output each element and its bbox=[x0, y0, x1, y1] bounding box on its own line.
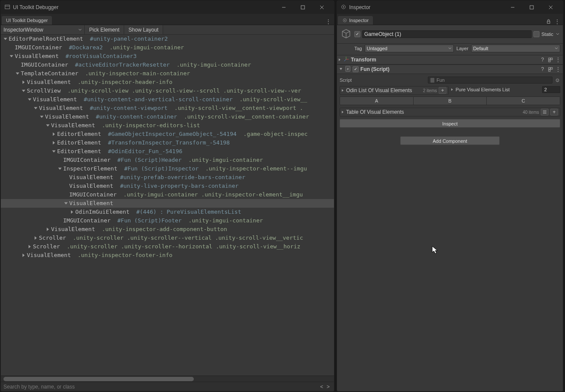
tree-row[interactable]: VisualElement #unity-prefab-override-bar… bbox=[1, 173, 334, 182]
foldout-icon[interactable] bbox=[51, 140, 56, 145]
layer-dropdown[interactable]: Default bbox=[471, 45, 560, 52]
tree-row[interactable]: VisualElement #rootVisualContainer3 bbox=[1, 52, 334, 61]
tree-row[interactable]: ScrollView .unity-scroll-view .unity-scr… bbox=[1, 87, 334, 95]
kebab-menu-icon[interactable]: ⋮ bbox=[555, 57, 561, 63]
foldout-icon[interactable] bbox=[69, 209, 74, 215]
add-item-button[interactable]: + bbox=[439, 87, 446, 94]
minimize-button[interactable] bbox=[504, 2, 521, 13]
foldout-icon[interactable] bbox=[339, 66, 343, 72]
foldout-icon[interactable] bbox=[9, 54, 14, 59]
add-item-button[interactable]: + bbox=[550, 109, 558, 116]
tree-row[interactable]: IMGUIContainer .unity-imgui-container .u… bbox=[1, 190, 334, 199]
transform-component-header[interactable]: Transform ? ⋮ bbox=[337, 55, 563, 64]
foldout-icon[interactable] bbox=[33, 235, 38, 241]
tree-row[interactable]: OdinImGuiElement #(446) : PureVisualElem… bbox=[1, 208, 334, 216]
table-list-header[interactable]: Table Of Visual Elements 40 items + bbox=[340, 108, 560, 116]
foldout-icon[interactable] bbox=[3, 36, 8, 42]
tab-a[interactable]: A bbox=[340, 97, 414, 105]
foldout-icon[interactable] bbox=[51, 149, 56, 154]
lock-icon[interactable] bbox=[546, 19, 552, 25]
close-button[interactable] bbox=[542, 2, 559, 13]
static-dropdown-arrow[interactable] bbox=[555, 31, 560, 37]
tree-row[interactable]: VisualElement .unity-inspector-footer-in… bbox=[1, 251, 334, 260]
search-prev-button[interactable]: < bbox=[318, 384, 325, 390]
tree-row[interactable]: VisualElement #unity-live-property-bars-… bbox=[1, 182, 334, 190]
minimize-button[interactable] bbox=[275, 2, 292, 13]
tree-row[interactable]: Scroller .unity-scroller .unity-scroller… bbox=[1, 234, 334, 242]
foldout-icon[interactable] bbox=[342, 111, 343, 113]
foldout-icon[interactable] bbox=[51, 132, 56, 137]
tree-row[interactable]: EditorElement #OdinEditor_Fun_-54196 bbox=[1, 147, 334, 156]
maximize-button[interactable] bbox=[523, 2, 540, 13]
element-tree[interactable]: EditorPanelRootElement #unity-panel-cont… bbox=[1, 35, 334, 376]
object-picker-icon[interactable]: ⊙ bbox=[554, 77, 560, 83]
tree-row[interactable]: VisualElement bbox=[1, 199, 334, 208]
add-component-button[interactable]: Add Component bbox=[400, 136, 500, 145]
tree-row[interactable]: VisualElement #unity-content-viewport .u… bbox=[1, 104, 334, 112]
target-window-dropdown[interactable]: InspectorWindow bbox=[1, 25, 85, 34]
titlebar[interactable]: Inspector bbox=[337, 1, 563, 14]
scrollbar-thumb[interactable] bbox=[3, 377, 194, 381]
tree-row[interactable]: EditorElement #GameObjectInspector_GameO… bbox=[1, 130, 334, 138]
horizontal-scrollbar[interactable] bbox=[1, 376, 334, 382]
kebab-menu-icon[interactable]: ⋮ bbox=[554, 19, 560, 25]
tree-row[interactable]: VisualElement .unity-inspector-header-in… bbox=[1, 78, 334, 87]
foldout-icon[interactable] bbox=[27, 244, 32, 249]
close-button[interactable] bbox=[313, 2, 331, 13]
foldout-icon[interactable] bbox=[21, 253, 26, 258]
search-input[interactable] bbox=[3, 384, 318, 390]
tab-b[interactable]: B bbox=[414, 97, 487, 105]
inspect-button[interactable]: Inspect bbox=[340, 119, 560, 128]
foldout-icon[interactable] bbox=[15, 71, 20, 76]
preset-icon[interactable] bbox=[547, 66, 553, 72]
kebab-menu-icon[interactable]: ⋮ bbox=[325, 19, 331, 25]
help-icon[interactable]: ? bbox=[539, 66, 546, 72]
show-layout-button[interactable]: Show Layout bbox=[124, 25, 163, 34]
foldout-icon[interactable] bbox=[21, 80, 26, 85]
gameobject-enabled-checkbox[interactable] bbox=[354, 31, 360, 37]
search-next-button[interactable]: > bbox=[325, 384, 331, 390]
tab-debugger[interactable]: UI Toolkit Debugger bbox=[2, 16, 52, 25]
foldout-icon[interactable] bbox=[339, 58, 340, 61]
foldout-icon[interactable] bbox=[63, 201, 68, 206]
list-layout-button[interactable] bbox=[541, 109, 549, 116]
foldout-icon[interactable] bbox=[451, 88, 453, 91]
tree-row[interactable]: EditorElement #TransformInspector_Transf… bbox=[1, 138, 334, 147]
help-icon[interactable]: ? bbox=[539, 57, 546, 63]
foldout-icon[interactable] bbox=[27, 97, 32, 102]
gameobject-name-field[interactable] bbox=[362, 30, 532, 38]
kebab-menu-icon[interactable]: ⋮ bbox=[555, 66, 561, 72]
tree-row[interactable]: VisualElement #unity-content-and-vertica… bbox=[1, 95, 334, 104]
tree-row[interactable]: IMGUIContainer #Fun (Script)Header .unit… bbox=[1, 156, 334, 164]
foldout-icon[interactable] bbox=[57, 166, 62, 171]
tree-row[interactable]: IMGUIContainer #Fun (Script)Footer .unit… bbox=[1, 216, 334, 225]
fun-component-header[interactable]: # Fun (Script) ? ⋮ bbox=[337, 64, 563, 74]
tree-row[interactable]: EditorPanelRootElement #unity-panel-cont… bbox=[1, 35, 334, 43]
tree-row[interactable]: VisualElement #unity-content-container .… bbox=[1, 112, 334, 121]
foldout-icon[interactable] bbox=[45, 123, 50, 128]
tree-row[interactable]: Scroller .unity-scroller .unity-scroller… bbox=[1, 242, 334, 251]
tree-row[interactable]: TemplateContainer .unity-inspector-main-… bbox=[1, 69, 334, 78]
foldout-icon[interactable] bbox=[39, 114, 44, 119]
script-object-field[interactable]: Fun bbox=[428, 77, 552, 84]
fun-enabled-checkbox[interactable] bbox=[353, 66, 359, 72]
static-checkbox[interactable] bbox=[533, 31, 539, 37]
tree-row[interactable]: VisualElement .unity-inspector-editors-l… bbox=[1, 121, 334, 130]
tab-c[interactable]: C bbox=[487, 97, 560, 105]
odin-list-header[interactable]: Odin List Of Visual Elements 2 items + bbox=[340, 86, 449, 95]
tree-row[interactable]: IMGUIContainer #activeEditorTrackerReset… bbox=[1, 61, 334, 69]
tree-row[interactable]: InspectorElement #Fun (Script)Inspector … bbox=[1, 164, 334, 173]
foldout-icon[interactable] bbox=[21, 88, 26, 93]
titlebar[interactable]: UI Toolkit Debugger bbox=[1, 1, 334, 14]
tree-row[interactable]: VisualElement .unity-inspector-add-compo… bbox=[1, 225, 334, 234]
pure-list-size-field[interactable] bbox=[542, 86, 560, 93]
gameobject-icon[interactable] bbox=[340, 28, 353, 41]
tab-inspector[interactable]: Inspector bbox=[338, 16, 373, 25]
preset-icon[interactable] bbox=[547, 57, 553, 63]
foldout-icon[interactable] bbox=[45, 227, 50, 232]
tree-row[interactable]: IMGUIContainer #Dockarea2 .unity-imgui-c… bbox=[1, 43, 334, 52]
maximize-button[interactable] bbox=[294, 2, 311, 13]
pick-element-button[interactable]: Pick Element bbox=[85, 25, 124, 34]
tag-dropdown[interactable]: Untagged bbox=[365, 45, 454, 52]
foldout-icon[interactable] bbox=[33, 106, 38, 111]
